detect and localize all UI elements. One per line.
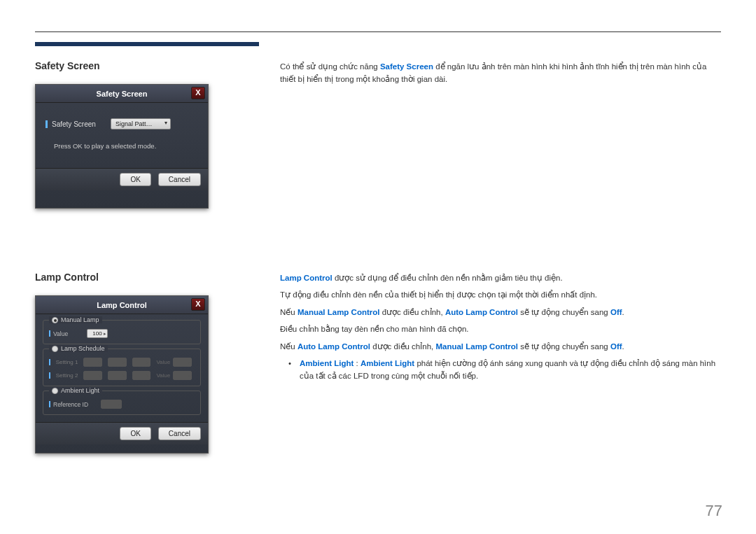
manual-lamp-group: Manual Lamp Value 100 (43, 320, 201, 344)
dialog-titlebar: Safety Screen X (36, 85, 208, 103)
section-lamp-control: Lamp Control Lamp Control X Manual Lamp … (35, 272, 721, 454)
ok-button[interactable]: OK (120, 173, 150, 186)
dialog-title: Lamp Control (97, 301, 147, 309)
hour-stepper[interactable] (83, 358, 102, 367)
sched-value-stepper[interactable] (173, 371, 192, 380)
keyword-safety-screen: Safety Screen (380, 62, 433, 71)
setting1-label: Setting 1 (56, 359, 80, 365)
lamp-schedule-radio[interactable] (52, 346, 58, 352)
lamp-p4: Điều chỉnh bằng tay đèn nền cho màn hình… (280, 323, 721, 335)
safety-description: Có thể sử dụng chức năng Safety Screen đ… (280, 60, 721, 86)
lamp-schedule-group: Lamp Schedule Setting 1 Value (43, 349, 201, 386)
close-icon[interactable]: X (191, 298, 205, 311)
safety-screen-label: Safety Screen (52, 120, 111, 128)
row-marker (49, 330, 50, 337)
cancel-button[interactable]: Cancel (158, 173, 201, 186)
lamp-p5: Nếu Auto Lamp Control được điều chỉnh, M… (280, 340, 721, 353)
lamp-p3: Nếu Manual Lamp Control được điều chỉnh,… (280, 306, 721, 318)
ambient-light-group: Ambient Light Reference ID (43, 391, 201, 415)
lamp-p1: Lamp Control được sử dụng để điều chỉnh … (280, 272, 721, 284)
dialog-title: Safety Screen (97, 90, 148, 98)
row-marker (49, 401, 50, 407)
row-marker (49, 372, 50, 379)
manual-lamp-radio[interactable] (52, 317, 58, 323)
safety-screen-heading: Safety Screen (35, 60, 259, 71)
ambient-light-radio[interactable] (52, 388, 58, 394)
ampm-stepper[interactable] (132, 371, 151, 380)
row-marker (46, 120, 48, 128)
page-number: 77 (706, 502, 722, 520)
setting2-label: Setting 2 (56, 372, 80, 379)
lamp-p2: Tự động điều chỉnh đèn nền của thiết bị … (280, 288, 721, 301)
hour-stepper[interactable] (83, 371, 102, 380)
cancel-button[interactable]: Cancel (158, 427, 201, 440)
value-label: Value (53, 330, 87, 337)
ok-button[interactable]: OK (120, 427, 150, 440)
lamp-bullet-1: • Ambient Light : Ambient Light phát hiệ… (280, 357, 721, 383)
safety-screen-dialog: Safety Screen X Safety Screen Signal Pat… (35, 84, 209, 209)
reference-id-stepper[interactable] (101, 400, 122, 409)
reference-id-label: Reference ID (53, 401, 101, 408)
lamp-control-heading: Lamp Control (35, 272, 259, 283)
sched-value-stepper[interactable] (173, 358, 192, 367)
dialog-note: Press OK to play a selected mode. (54, 142, 198, 150)
bullet-icon: • (280, 357, 300, 383)
lamp-control-dialog: Lamp Control X Manual Lamp Value 100 (35, 295, 209, 454)
close-icon[interactable]: X (191, 87, 205, 99)
min-stepper[interactable] (108, 371, 127, 380)
value-stepper[interactable]: 100 (87, 329, 108, 338)
header-accent-bar (35, 42, 259, 46)
row-marker (49, 359, 50, 365)
section-safety-screen: Safety Screen Safety Screen X Safety Scr… (35, 60, 721, 209)
dialog-titlebar: Lamp Control X (36, 296, 208, 314)
min-stepper[interactable] (108, 358, 127, 367)
ampm-stepper[interactable] (132, 358, 151, 367)
signal-pattern-select[interactable]: Signal Patt… (111, 118, 171, 129)
